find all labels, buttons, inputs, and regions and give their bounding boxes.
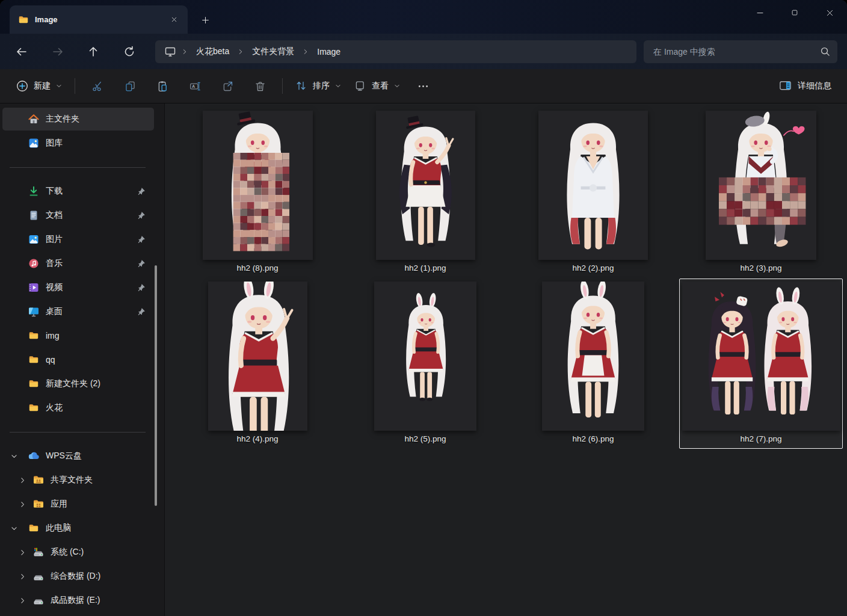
file-thumbnail[interactable] [203,111,313,260]
sidebar-item-label: 共享文件夹 [51,475,154,485]
chevron-right-icon[interactable] [18,476,26,484]
new-tab-button[interactable] [197,12,213,28]
file-tile-hh2-6-png[interactable]: hh2 (6).png [511,279,675,449]
sidebar-item-成品数据-E-[interactable]: 成品数据 (E:) [2,589,154,612]
sidebar-item-文档[interactable]: 文档 [2,204,154,227]
breadcrumb-chevron-icon[interactable] [179,46,190,57]
maximize-button[interactable] [777,0,812,25]
file-thumbnail[interactable] [208,282,307,431]
sidebar-item-label: 系统 (C:) [51,547,154,558]
chevron-down-icon[interactable] [10,452,18,460]
sidebar-item-音乐[interactable]: 音乐 [2,252,154,275]
svg-text:A: A [192,84,195,88]
chevron-right-icon[interactable] [18,548,26,556]
pin-icon [137,235,146,244]
file-name: hh2 (2).png [572,263,614,273]
sidebar-item-label: 此电脑 [46,523,154,534]
file-explorer-window: Image 火花beta文件夹背景Image 新建 [0,0,847,616]
sort-button[interactable]: 排序 [289,75,348,97]
file-thumbnail[interactable] [374,282,476,431]
chevron-right-icon[interactable] [18,596,26,605]
this-pc-icon[interactable] [164,45,177,58]
chevron-down-icon[interactable] [10,524,18,532]
search-input[interactable] [652,46,819,57]
delete-button[interactable] [249,75,271,97]
breadcrumb-item[interactable]: Image [312,45,345,59]
file-thumbnail[interactable] [538,111,648,260]
file-tile-hh2-2-png[interactable]: hh2 (2).png [511,108,675,278]
sidebar-item-图片[interactable]: 图片 [2,228,154,251]
chevron-right-icon[interactable] [18,500,26,508]
chevron-right-icon[interactable] [18,572,26,581]
drive-icon [32,570,45,582]
breadcrumb-item[interactable]: 火花beta [191,44,234,60]
up-button[interactable] [84,42,103,61]
new-button[interactable]: 新建 [10,75,69,97]
details-pane-button[interactable]: 详细信息 [772,75,837,97]
sidebar-item-新建文件夹-2-[interactable]: 新建文件夹 (2) [2,372,154,395]
sidebar-item-下载[interactable]: 下载 [2,180,154,203]
desktop-icon [28,306,40,318]
explorer-tab[interactable]: Image [10,5,188,34]
close-button[interactable] [812,0,847,25]
chevron-down-icon [55,82,63,90]
view-button[interactable]: 查看 [348,75,407,97]
sidebar-item-WPS云盘[interactable]: WPS云盘 [2,445,154,467]
sidebar-item-综合数据-D-[interactable]: 综合数据 (D:) [2,565,154,588]
rename-button[interactable]: A [184,75,206,97]
sidebar-item-qq[interactable]: qq [2,348,154,371]
sidebar-item-视频[interactable]: 视频 [2,276,154,299]
music-icon [28,257,40,270]
share-button[interactable] [217,75,238,97]
search-icon [819,46,831,58]
sidebar-item-label: img [46,331,154,340]
sidebar-item-系统-C-[interactable]: 系统 (C:) [2,541,154,564]
file-tile-hh2-7-png[interactable]: hh2 (7).png [679,279,843,449]
breadcrumb-chevron-icon[interactable] [235,46,246,57]
address-bar[interactable]: 火花beta文件夹背景Image [155,40,636,63]
file-tile-hh2-5-png[interactable]: hh2 (5).png [343,279,507,449]
file-thumbnail[interactable] [376,111,475,260]
breadcrumb-item[interactable]: 文件夹背景 [247,44,299,60]
refresh-button[interactable] [120,42,139,61]
folder-icon [28,354,40,366]
sidebar-item-label: WPS云盘 [46,451,154,461]
navigation-bar: 火花beta文件夹背景Image [0,34,847,69]
file-thumbnail[interactable] [542,282,644,431]
sidebar-item-img[interactable]: img [2,324,154,347]
toolbar-separator [282,78,283,94]
breadcrumb-chevron-icon[interactable] [300,46,311,57]
sidebar-scrollbar[interactable] [155,265,157,506]
sidebar-item-主文件夹[interactable]: 主文件夹 [2,108,154,131]
sort-button-label: 排序 [313,81,330,91]
forward-button[interactable] [48,42,67,61]
sidebar-item-火花[interactable]: 火花 [2,396,154,419]
sidebar-item-共享文件夹[interactable]: 共享文件夹 [2,469,154,491]
copy-button[interactable] [119,75,141,97]
view-icon [354,79,367,93]
sidebar-item-图库[interactable]: 图库 [2,132,154,155]
paste-button[interactable] [152,75,173,97]
file-thumbnail[interactable] [682,282,840,431]
file-tile-hh2-4-png[interactable]: hh2 (4).png [176,279,339,449]
sidebar-item-应用[interactable]: 应用 [2,493,154,516]
details-pane-icon [778,79,793,93]
file-tile-hh2-8-png[interactable]: hh2 (8).png [176,108,339,278]
file-thumbnail[interactable] [706,111,816,260]
file-name: hh2 (4).png [236,434,278,443]
minimize-button[interactable] [742,0,777,25]
drive-c-icon [32,546,45,558]
file-grid[interactable]: hh2 (8).pnghh2 (1).pnghh2 (2).pnghh2 (3)… [165,103,847,616]
tab-close-icon[interactable] [166,12,182,28]
search-box[interactable] [644,40,837,63]
tab-title: Image [35,15,166,24]
file-tile-hh2-1-png[interactable]: hh2 (1).png [343,108,507,278]
back-button[interactable] [12,42,31,61]
more-options-button[interactable] [412,75,434,97]
sidebar-item-此电脑[interactable]: 此电脑 [2,517,154,540]
file-tile-hh2-3-png[interactable]: hh2 (3).png [679,108,843,278]
sidebar-item-桌面[interactable]: 桌面 [2,300,154,323]
file-name: hh2 (5).png [404,434,446,443]
drive-icon [32,594,45,606]
cut-button[interactable] [87,75,108,97]
